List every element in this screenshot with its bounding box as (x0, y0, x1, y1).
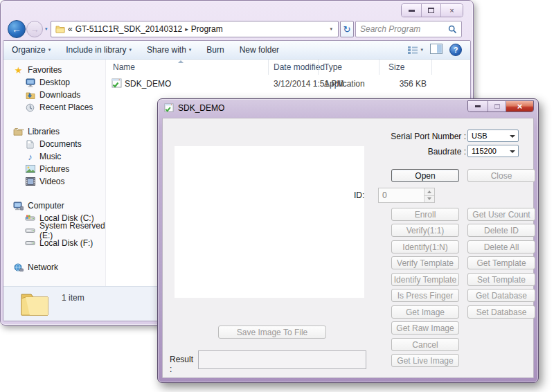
column-divider[interactable] (268, 60, 269, 75)
get-raw-image-button[interactable]: Get Raw Image (391, 321, 459, 335)
spinner-down-button[interactable] (425, 195, 434, 203)
explorer-caption-buttons: × (401, 3, 463, 17)
identify-template-button[interactable]: Identify Template (391, 273, 459, 286)
minimize-button[interactable] (402, 4, 421, 17)
dialog-title: SDK_DEMO (178, 103, 224, 113)
file-type: Application (324, 79, 365, 89)
sidebar-section-favorites[interactable]: ★ Favorites (3, 64, 105, 76)
column-header-date-modified[interactable]: Date modified (274, 62, 325, 72)
item-count-label: 1 item (62, 293, 84, 303)
chevron-down-icon: ▾ (48, 47, 51, 53)
sidebar-section-libraries[interactable]: Libraries (3, 125, 105, 138)
documents-icon (25, 139, 35, 149)
sidebar-item-music[interactable]: ♪ Music (3, 150, 105, 163)
downloads-icon (25, 90, 35, 100)
path-overflow-icon[interactable]: « (68, 24, 73, 34)
search-input[interactable]: Search Program (355, 21, 462, 37)
delete-id-button[interactable]: Delete ID (467, 224, 535, 237)
set-template-button[interactable]: Set Template (467, 273, 535, 286)
sidebar-item-pictures[interactable]: Pictures (3, 163, 105, 175)
refresh-button[interactable]: ↻ (340, 21, 354, 37)
new-folder-button[interactable]: New folder (240, 45, 279, 55)
burn-button[interactable]: Burn (206, 45, 224, 55)
identify-1-n-button[interactable]: Identify(1:N) (391, 240, 459, 253)
cancel-button[interactable]: Cancel (391, 338, 459, 351)
column-divider[interactable] (318, 60, 319, 75)
close-button[interactable]: × (506, 101, 533, 112)
spinner-up-button[interactable] (425, 188, 434, 195)
arrow-down-icon (427, 197, 431, 200)
sidebar-section-computer[interactable]: Computer (3, 199, 105, 212)
breadcrumb[interactable]: « GT-511C1R_SDK_20140312 ▸ Program ▾ (51, 21, 339, 37)
sidebar-label: Local Disk (F:) (39, 238, 93, 248)
sidebar-item-desktop[interactable]: Desktop (3, 76, 105, 89)
pictures-icon (25, 164, 35, 174)
save-image-to-file-button[interactable]: Save Image To File (218, 326, 326, 339)
dialog-caption-buttons: × (467, 100, 534, 112)
sidebar-item-system-reserved-e[interactable]: System Reserved (E:) (3, 224, 105, 237)
command-toolbar: Organize▾ Include in library▾ Share with… (3, 41, 470, 60)
close-port-button[interactable]: Close (467, 169, 535, 182)
sidebar-item-downloads[interactable]: Downloads (3, 89, 105, 101)
close-button[interactable]: × (440, 4, 463, 17)
get-user-count-button[interactable]: Get User Count (467, 208, 535, 221)
views-icon (407, 46, 418, 55)
minimize-button[interactable] (468, 101, 488, 112)
column-divider[interactable] (431, 60, 432, 75)
serial-port-value: USB (472, 132, 488, 140)
recent-pages-dropdown[interactable]: ▾ (45, 26, 48, 32)
get-database-button[interactable]: Get Database (467, 289, 535, 302)
arrow-up-icon (427, 190, 431, 193)
organize-menu[interactable]: Organize▾ (12, 45, 51, 55)
include-in-library-menu[interactable]: Include in library▾ (66, 45, 132, 55)
serial-port-label: Serial Port Number : (336, 132, 466, 141)
maximize-button[interactable] (488, 101, 506, 112)
baudrate-select[interactable]: 115200 (467, 145, 519, 157)
minimize-icon (475, 105, 481, 107)
forward-button[interactable]: → (26, 21, 43, 37)
column-header-name[interactable]: Name (113, 62, 135, 72)
is-press-finger-button[interactable]: Is Press Finger (391, 289, 459, 302)
sidebar-item-documents[interactable]: Documents (3, 138, 105, 150)
chevron-down-icon: ▾ (45, 26, 48, 31)
enroll-button[interactable]: Enroll (391, 208, 459, 221)
network-icon (13, 262, 24, 272)
sidebar-label: Libraries (28, 127, 60, 136)
sidebar-item-local-disk-f[interactable]: Local Disk (F:) (3, 237, 105, 249)
file-row-sdk-demo[interactable]: SDK_DEMO 3/12/2014 1:51 PM Application 3… (106, 78, 470, 91)
file-size: 356 KB (379, 79, 427, 89)
dialog-title-bar[interactable]: SDK_DEMO (164, 103, 224, 113)
application-icon (164, 103, 174, 113)
verify-1-1-button[interactable]: Verify(1:1) (391, 224, 459, 237)
address-dropdown-button[interactable]: ▾ (330, 26, 334, 32)
column-divider[interactable] (379, 60, 379, 75)
delete-all-button[interactable]: Delete All (467, 240, 535, 253)
get-template-button[interactable]: Get Template (467, 256, 535, 269)
search-icon (448, 25, 457, 34)
get-live-image-button[interactable]: Get Live Image (391, 354, 459, 367)
breadcrumb-folder[interactable]: GT-511C1R_SDK_20140312 (75, 24, 183, 34)
breadcrumb-folder-current[interactable]: Program (191, 24, 223, 34)
back-button[interactable]: ← (8, 20, 26, 38)
change-view-button[interactable]: ▾ (407, 46, 423, 55)
set-database-button[interactable]: Set Database (467, 305, 535, 319)
id-spinner[interactable]: 0 (378, 188, 435, 203)
get-image-button[interactable]: Get Image (391, 305, 459, 319)
help-button[interactable]: ? (449, 44, 462, 56)
column-header-size[interactable]: Size (388, 62, 404, 72)
sidebar-label: Documents (39, 139, 82, 149)
preview-pane-button[interactable] (430, 44, 443, 56)
serial-port-select[interactable]: USB (467, 130, 519, 142)
maximize-button[interactable] (421, 4, 440, 17)
open-button[interactable]: Open (391, 169, 459, 182)
column-header-type[interactable]: Type (324, 62, 342, 72)
sidebar-item-videos[interactable]: Videos (3, 175, 105, 188)
share-with-menu[interactable]: Share with▾ (147, 45, 191, 55)
maximize-icon (428, 8, 434, 13)
minimize-icon (409, 10, 415, 12)
sidebar-section-network[interactable]: Network (3, 261, 105, 274)
sdk-demo-dialog: SDK_DEMO × Serial Port Number : USB Baud… (157, 98, 539, 383)
close-icon: × (517, 101, 523, 112)
sidebar-item-recent-places[interactable]: Recent Places (3, 101, 105, 114)
verify-template-button[interactable]: Verify Template (391, 256, 459, 269)
